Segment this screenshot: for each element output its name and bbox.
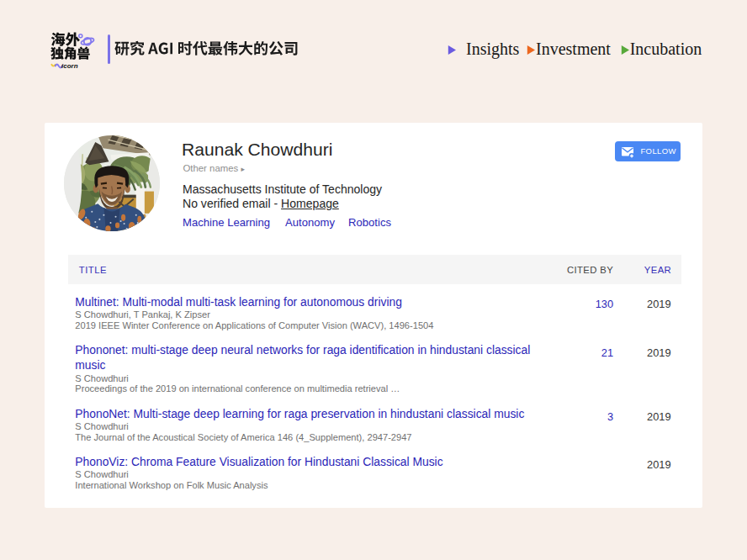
svg-text:icorn: icorn [61, 62, 78, 70]
